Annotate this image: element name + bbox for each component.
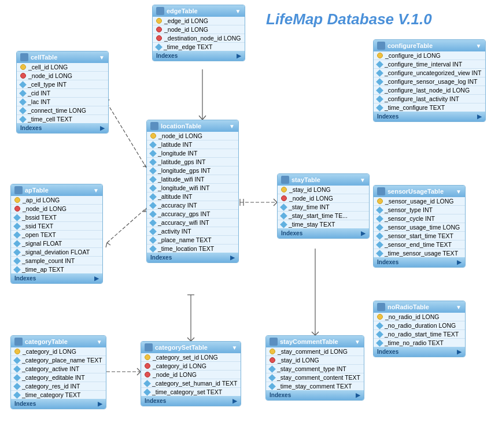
table-header-stayTable[interactable]: stayTable ▼ bbox=[278, 174, 369, 186]
table-footer-locationTable[interactable]: Indexes ▶ bbox=[147, 253, 238, 262]
table-chevron-sensorUsageTable[interactable]: ▼ bbox=[456, 188, 462, 195]
field-label: _category_active INT bbox=[22, 365, 79, 372]
footer-chevron-noRadioTable[interactable]: ▶ bbox=[457, 349, 462, 355]
field-label: _place_name TEXT bbox=[158, 236, 212, 243]
table-name-locationTable: locationTable bbox=[161, 123, 201, 129]
table-chevron-stayTable[interactable]: ▼ bbox=[360, 177, 366, 183]
table-chevron-configureTable[interactable]: ▼ bbox=[476, 43, 482, 49]
table-footer-sensorUsageTable[interactable]: Indexes ▶ bbox=[374, 257, 465, 267]
footer-chevron-stayCommentTable[interactable]: ▶ bbox=[356, 392, 360, 398]
indexes-label: Indexes bbox=[14, 401, 36, 407]
table-chevron-edgeTable[interactable]: ▼ bbox=[235, 8, 241, 14]
diamond-icon bbox=[149, 141, 157, 149]
table-footer-apTable[interactable]: Indexes ▶ bbox=[11, 273, 102, 283]
table-field: _accuracy_wifi INT bbox=[147, 219, 238, 227]
table-chevron-locationTable[interactable]: ▼ bbox=[229, 123, 235, 129]
table-header-noRadioTable[interactable]: noRadioTable ▼ bbox=[374, 301, 465, 313]
table-header-sensorUsageTable[interactable]: sensorUsageTable ▼ bbox=[374, 186, 465, 197]
table-chevron-categorySetTable[interactable]: ▼ bbox=[232, 345, 238, 351]
table-field: _category_set_id LONG bbox=[141, 353, 241, 362]
table-field: _time_cell TEXT bbox=[17, 115, 108, 123]
table-footer-categorySetTable[interactable]: Indexes ▶ bbox=[141, 396, 241, 406]
field-label: _sensor_end_time TEXT bbox=[385, 241, 452, 248]
field-label: _signal FLOAT bbox=[22, 240, 62, 247]
table-field: _node_id LONG bbox=[278, 194, 369, 203]
table-chevron-categoryTable[interactable]: ▼ bbox=[97, 339, 102, 345]
field-label: _no_radio_id LONG bbox=[385, 313, 439, 320]
table-icon-configureTable bbox=[377, 42, 385, 50]
table-header-configureTable[interactable]: configureTable ▼ bbox=[374, 40, 485, 51]
table-header-apTable[interactable]: apTable ▼ bbox=[11, 184, 102, 196]
indexes-label: Indexes bbox=[377, 113, 398, 120]
svg-line-2 bbox=[202, 116, 206, 120]
table-field: _signal FLOAT bbox=[11, 239, 102, 248]
table-field: _ap_id LONG bbox=[11, 196, 102, 205]
table-header-stayCommentTable[interactable]: stayCommentTable ▼ bbox=[266, 336, 364, 347]
table-sensorUsageTable: sensorUsageTable ▼ _sensor_usage_id LONG… bbox=[373, 185, 466, 268]
footer-chevron-sensorUsageTable[interactable]: ▶ bbox=[457, 259, 462, 265]
table-field: _time_edge TEXT bbox=[153, 43, 245, 51]
field-label: _category_set_human_id TEXT bbox=[152, 380, 237, 387]
table-chevron-stayCommentTable[interactable]: ▼ bbox=[355, 339, 360, 345]
field-label: _configure_time_interval INT bbox=[385, 61, 462, 68]
table-icon-noRadioTable bbox=[377, 303, 385, 311]
footer-chevron-edgeTable[interactable]: ▶ bbox=[237, 53, 241, 59]
table-chevron-cellTable[interactable]: ▼ bbox=[99, 54, 105, 61]
table-field: _activity INT bbox=[147, 227, 238, 236]
diamond-icon bbox=[13, 365, 21, 373]
table-footer-edgeTable[interactable]: Indexes ▶ bbox=[153, 51, 245, 61]
field-label: _longitude_wifi INT bbox=[158, 184, 209, 191]
table-header-edgeTable[interactable]: edgeTable ▼ bbox=[153, 5, 245, 17]
field-label: _category_place_name TEXT bbox=[22, 357, 102, 364]
table-chevron-apTable[interactable]: ▼ bbox=[93, 187, 99, 194]
table-footer-configureTable[interactable]: Indexes ▶ bbox=[374, 112, 485, 121]
table-field: _no_radio_id LONG bbox=[374, 313, 465, 321]
diamond-icon bbox=[19, 107, 27, 114]
footer-chevron-categoryTable[interactable]: ▶ bbox=[98, 401, 102, 407]
table-header-cellTable[interactable]: cellTable ▼ bbox=[17, 51, 108, 63]
indexes-label: Indexes bbox=[377, 259, 398, 265]
table-footer-noRadioTable[interactable]: Indexes ▶ bbox=[374, 347, 465, 357]
diamond-icon bbox=[376, 206, 383, 214]
table-field: _sensor_cycle INT bbox=[374, 214, 465, 223]
footer-chevron-stayTable[interactable]: ▶ bbox=[361, 230, 366, 236]
footer-chevron-apTable[interactable]: ▶ bbox=[94, 275, 99, 282]
table-field: _node_id LONG bbox=[147, 132, 238, 140]
table-field: _time_category_set TEXT bbox=[141, 388, 241, 396]
indexes-label: Indexes bbox=[377, 349, 398, 355]
field-label: _no_radio_start_time TEXT bbox=[385, 331, 459, 338]
footer-chevron-cellTable[interactable]: ▶ bbox=[100, 125, 105, 131]
table-field: _stay_comment_id LONG bbox=[266, 347, 364, 356]
table-header-categoryTable[interactable]: categoryTable ▼ bbox=[11, 336, 106, 347]
key-icon bbox=[156, 18, 162, 24]
table-icon-locationTable bbox=[150, 122, 158, 130]
table-field: _cell_type INT bbox=[17, 80, 108, 89]
table-field: _configure_time_interval INT bbox=[374, 60, 485, 69]
diamond-icon bbox=[376, 215, 383, 223]
table-header-locationTable[interactable]: locationTable ▼ bbox=[147, 120, 238, 132]
diamond-icon bbox=[376, 95, 383, 103]
table-noRadioTable: noRadioTable ▼ _no_radio_id LONG_no_radi… bbox=[373, 301, 466, 357]
footer-chevron-locationTable[interactable]: ▶ bbox=[230, 254, 235, 261]
table-footer-categoryTable[interactable]: Indexes ▶ bbox=[11, 399, 106, 409]
field-label: _node_id LONG bbox=[164, 26, 208, 33]
footer-chevron-categorySetTable[interactable]: ▶ bbox=[232, 398, 237, 404]
table-icon-cellTable bbox=[20, 53, 28, 61]
field-label: _node_id LONG bbox=[153, 371, 197, 378]
footer-chevron-configureTable[interactable]: ▶ bbox=[477, 113, 482, 120]
table-footer-cellTable[interactable]: Indexes ▶ bbox=[17, 123, 108, 133]
table-chevron-noRadioTable[interactable]: ▼ bbox=[456, 304, 462, 310]
field-label: _latitude INT bbox=[158, 141, 193, 148]
diamond-icon bbox=[13, 257, 21, 265]
indexes-label: Indexes bbox=[270, 392, 291, 398]
field-label: _category_editable INT bbox=[22, 374, 85, 381]
table-field: _latitude_wifi INT bbox=[147, 175, 238, 184]
table-footer-stayTable[interactable]: Indexes ▶ bbox=[278, 228, 369, 238]
table-field: _node_id LONG bbox=[11, 205, 102, 213]
table-field: _configure_sensor_usage_log INT bbox=[374, 77, 485, 86]
field-label: _edge_id LONG bbox=[164, 17, 208, 24]
table-footer-stayCommentTable[interactable]: Indexes ▶ bbox=[266, 390, 364, 400]
table-header-categorySetTable[interactable]: categorySetTable ▼ bbox=[141, 342, 241, 353]
table-field: _accuracy_gps INT bbox=[147, 210, 238, 219]
table-field: _category_place_name TEXT bbox=[11, 356, 106, 365]
